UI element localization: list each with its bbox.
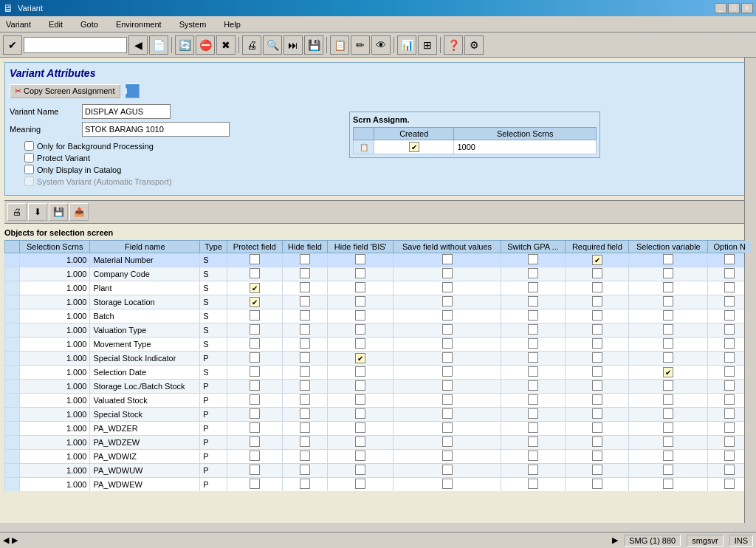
menu-variant[interactable]: Variant bbox=[3, 18, 34, 30]
checkbox-cell[interactable] bbox=[250, 324, 260, 335]
selvar-checkbox[interactable] bbox=[663, 451, 673, 461]
scrn-created-checkbox[interactable]: ✔ bbox=[409, 142, 419, 152]
checkbox-cell[interactable] bbox=[442, 352, 453, 363]
checkbox-cell[interactable] bbox=[300, 338, 310, 349]
checkbox-cell[interactable] bbox=[355, 479, 365, 489]
checkbox-cell[interactable] bbox=[724, 451, 735, 461]
title-bar-controls[interactable]: _ □ × bbox=[715, 3, 753, 13]
checkbox-cell[interactable] bbox=[355, 338, 365, 349]
checkbox-cell[interactable] bbox=[724, 324, 735, 335]
toolbar-print-button[interactable]: 🖨 bbox=[242, 35, 261, 55]
checkbox-cell[interactable] bbox=[528, 366, 538, 377]
checkbox-cell[interactable] bbox=[442, 254, 453, 264]
checkbox-cell[interactable] bbox=[250, 338, 260, 349]
checkbox-cell[interactable] bbox=[355, 310, 365, 321]
menu-edit[interactable]: Edit bbox=[46, 18, 66, 30]
copy-screen-assignment-button[interactable]: ✂ Copy Screen Assignment bbox=[10, 84, 120, 98]
toolbar-find-next-button[interactable]: ⏭ bbox=[284, 35, 303, 55]
toolbar-change-button[interactable]: ✏ bbox=[351, 35, 370, 55]
checkbox-cell[interactable] bbox=[250, 436, 260, 447]
checkbox-cell[interactable]: ✔ bbox=[355, 353, 365, 363]
checkbox-cell[interactable] bbox=[528, 479, 538, 489]
selvar-checkbox[interactable] bbox=[663, 310, 673, 321]
checkbox-cell[interactable] bbox=[724, 436, 735, 447]
checkbox-cell[interactable] bbox=[300, 366, 310, 377]
required-checkbox[interactable] bbox=[592, 479, 602, 489]
checkbox-cell[interactable] bbox=[528, 465, 538, 475]
checkbox-cell[interactable] bbox=[528, 422, 538, 433]
minimize-button[interactable]: _ bbox=[715, 3, 726, 13]
info-button[interactable]: i bbox=[125, 83, 140, 98]
checkbox-cell[interactable] bbox=[442, 436, 453, 447]
selvar-checkbox[interactable] bbox=[663, 436, 673, 447]
checkbox-cell[interactable] bbox=[355, 254, 365, 264]
checkbox-cell[interactable] bbox=[300, 324, 310, 335]
selvar-checkbox[interactable] bbox=[663, 394, 673, 405]
toolbar-create-button[interactable]: 📋 bbox=[330, 35, 349, 55]
toolbar-doc-button[interactable]: 📄 bbox=[149, 35, 168, 55]
required-checkbox[interactable] bbox=[592, 422, 602, 433]
grid-container[interactable]: Selection Scrns Field name Type Protect … bbox=[4, 240, 752, 491]
checkbox-cell[interactable] bbox=[724, 408, 735, 419]
close-button[interactable]: × bbox=[741, 3, 753, 13]
required-checkbox[interactable] bbox=[592, 352, 602, 363]
maximize-button[interactable]: □ bbox=[728, 3, 740, 13]
checkbox-cell[interactable] bbox=[355, 465, 365, 475]
toolbar-transaction-button[interactable]: 📊 bbox=[397, 35, 416, 55]
selvar-checkbox[interactable] bbox=[663, 422, 673, 433]
selvar-checkbox[interactable] bbox=[663, 465, 673, 475]
nav-next-icon[interactable]: ▶ bbox=[12, 535, 18, 545]
checkbox-cell[interactable] bbox=[442, 479, 453, 489]
selvar-checkbox[interactable] bbox=[663, 282, 673, 292]
inner-filter-button[interactable]: ⬇ bbox=[28, 203, 47, 221]
checkbox-cell[interactable] bbox=[300, 310, 310, 321]
required-checkbox[interactable] bbox=[592, 268, 602, 278]
checkbox-cell[interactable] bbox=[355, 451, 365, 461]
required-checkbox[interactable] bbox=[592, 380, 602, 391]
checkbox-cell[interactable] bbox=[250, 352, 260, 363]
checkbox-cell[interactable]: ✔ bbox=[250, 297, 260, 307]
checkbox-cell[interactable] bbox=[528, 282, 538, 292]
checkbox-cell[interactable] bbox=[724, 310, 735, 321]
checkbox-cell[interactable] bbox=[355, 394, 365, 405]
toolbar-stop-button[interactable]: ⛔ bbox=[196, 35, 215, 55]
toolbar-display-button[interactable]: 👁 bbox=[371, 35, 391, 55]
checkbox-cell[interactable] bbox=[300, 254, 310, 264]
checkbox-cell[interactable] bbox=[528, 296, 538, 306]
selvar-checkbox[interactable] bbox=[663, 268, 673, 278]
required-checkbox[interactable] bbox=[592, 394, 602, 405]
toolbar-settings-button[interactable]: ⚙ bbox=[464, 35, 484, 55]
checkbox-cell[interactable] bbox=[442, 338, 453, 349]
status-triangle-icon[interactable]: ▶ bbox=[612, 535, 618, 545]
checkbox-cell[interactable] bbox=[300, 268, 310, 278]
checkbox-cell[interactable] bbox=[528, 324, 538, 335]
checkbox-cell[interactable] bbox=[442, 324, 453, 335]
checkbox-cell[interactable] bbox=[724, 479, 735, 489]
checkbox-cell[interactable] bbox=[250, 422, 260, 433]
checkbox-cell[interactable] bbox=[250, 366, 260, 377]
required-checkbox[interactable] bbox=[592, 310, 602, 321]
checkbox-cell[interactable] bbox=[528, 338, 538, 349]
meaning-input[interactable] bbox=[82, 122, 230, 137]
checkbox-cell[interactable] bbox=[528, 394, 538, 405]
selvar-checkbox[interactable] bbox=[663, 479, 673, 489]
checkbox-cell[interactable] bbox=[250, 254, 260, 264]
required-checkbox[interactable] bbox=[592, 465, 602, 475]
checkbox-cell[interactable] bbox=[300, 451, 310, 461]
variant-name-input[interactable] bbox=[82, 104, 171, 119]
checkbox-cell[interactable] bbox=[724, 422, 735, 433]
checkbox-cell[interactable] bbox=[355, 296, 365, 306]
required-checkbox[interactable] bbox=[592, 338, 602, 349]
toolbar-find-button[interactable]: 🔍 bbox=[263, 35, 282, 55]
checkbox-cell[interactable] bbox=[300, 282, 310, 292]
checkbox-background[interactable] bbox=[24, 141, 34, 151]
required-checkbox[interactable] bbox=[592, 296, 602, 306]
selvar-checkbox[interactable] bbox=[663, 254, 673, 264]
checkbox-cell[interactable] bbox=[528, 408, 538, 419]
checkbox-cell[interactable] bbox=[250, 451, 260, 461]
checkbox-cell[interactable] bbox=[250, 310, 260, 321]
checkbox-cell[interactable] bbox=[528, 268, 538, 278]
checkbox-cell[interactable] bbox=[528, 254, 538, 264]
checkbox-cell[interactable] bbox=[724, 465, 735, 475]
nav-prev-icon[interactable]: ◀ bbox=[3, 535, 9, 545]
